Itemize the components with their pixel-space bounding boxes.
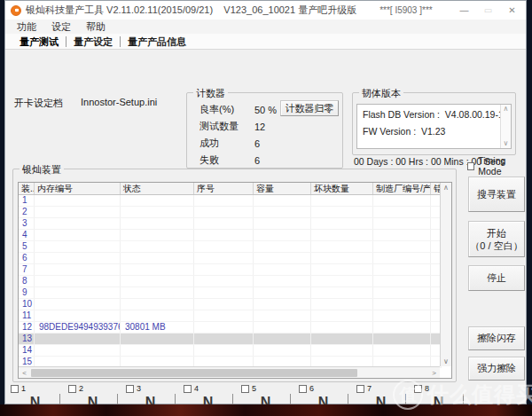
- slot-checkbox[interactable]: [414, 385, 422, 393]
- cell-empty: [311, 253, 373, 263]
- maximize-button[interactable]: ▭: [476, 1, 500, 20]
- scroll-right-icon[interactable]: >: [428, 369, 440, 377]
- cell-status: [121, 195, 194, 206]
- desktop-wallpaper-bottom: [0, 404, 532, 416]
- minimize-button[interactable]: —: [452, 1, 476, 20]
- cell-empty: [194, 218, 254, 229]
- table-row[interactable]: 10: [19, 299, 442, 310]
- table-row[interactable]: 6: [19, 253, 442, 264]
- slot-check-row: 5: [241, 384, 299, 393]
- table-row[interactable]: 2: [19, 207, 442, 218]
- config-file-value: Innostor-Setup.ini: [81, 97, 157, 107]
- tab-production-test[interactable]: 量产测试: [12, 36, 66, 47]
- tab-production-settings[interactable]: 量产设定: [66, 36, 121, 47]
- cell-empty: [373, 310, 431, 321]
- title-bar: 银灿科技量产工具 V2.11.02.11(2015/09/21) V123_06…: [5, 1, 526, 20]
- slot-checkbox[interactable]: [184, 385, 192, 393]
- cell-device-no: 8: [19, 276, 35, 286]
- cell-memory-id: [35, 195, 121, 206]
- force-erase-button[interactable]: 强力擦除: [468, 357, 525, 381]
- cell-memory-id: [35, 310, 121, 321]
- start-button[interactable]: 开始 （0 / 空白）: [468, 221, 525, 257]
- slot-checkbox[interactable]: [356, 385, 364, 393]
- cell-empty: [194, 334, 254, 344]
- timing-mode-label: Timing Mode: [478, 155, 526, 177]
- scroll-down-icon[interactable]: ∨: [504, 139, 509, 148]
- scroll-up-icon[interactable]: ∧: [443, 183, 449, 192]
- cell-empty: [254, 276, 311, 286]
- cell-empty: [194, 287, 254, 298]
- slot-checkbox[interactable]: [299, 385, 307, 393]
- cell-memory-id: [35, 264, 121, 275]
- scroll-left-icon[interactable]: <: [19, 369, 30, 377]
- table-row[interactable]: 9: [19, 287, 442, 299]
- search-devices-button[interactable]: 搜寻装置: [468, 177, 525, 212]
- cell-memory-id: [35, 345, 121, 356]
- cell-device-no: 13: [19, 334, 35, 344]
- table-row[interactable]: 1298DEDE94949393767...30801 MB: [19, 322, 442, 334]
- column-header[interactable]: 装...: [19, 183, 35, 194]
- table-row[interactable]: 4: [19, 230, 442, 241]
- cell-device-no: 6: [19, 253, 35, 263]
- column-header[interactable]: 序号: [194, 183, 254, 194]
- erase-flash-button[interactable]: 擦除闪存: [468, 326, 525, 350]
- cell-empty: [373, 207, 431, 217]
- cell-empty: [311, 195, 373, 206]
- slot-number-label: 8: [425, 384, 429, 393]
- table-row[interactable]: 3: [19, 218, 442, 230]
- column-header[interactable]: 内存编号: [35, 183, 121, 194]
- cell-memory-id: [35, 276, 121, 286]
- slot-checkbox[interactable]: [11, 385, 19, 393]
- scroll-up-icon[interactable]: ∧: [504, 105, 509, 114]
- close-button[interactable]: ✕: [500, 1, 524, 20]
- menu-item-settings[interactable]: 设定: [51, 20, 71, 34]
- cell-empty: [254, 241, 311, 252]
- cell-empty: [373, 287, 431, 298]
- column-header[interactable]: 制造厂编号/产...: [373, 183, 431, 194]
- cell-empty: [311, 345, 373, 356]
- cell-empty: [373, 276, 431, 286]
- column-header[interactable]: 容量: [254, 183, 311, 194]
- slot-checkbox[interactable]: [126, 385, 134, 393]
- slot-checkbox[interactable]: [68, 385, 76, 393]
- main-content: 开卡设定档 Innostor-Setup.ini 计数器 良率(%)50 %测试…: [5, 50, 526, 404]
- slot-check-row: 8: [414, 384, 472, 393]
- menu-bar: 功能设定帮助: [5, 20, 526, 34]
- cell-status: [121, 345, 194, 356]
- slot-number-label: 4: [194, 384, 199, 393]
- cell-status: 30801 MB: [121, 322, 194, 333]
- cell-empty: [254, 322, 311, 333]
- hscroll-thumb[interactable]: [31, 369, 357, 377]
- cell-empty: [373, 218, 431, 229]
- slot-number-label: 5: [252, 384, 256, 393]
- cell-memory-id: [35, 218, 121, 229]
- cell-empty: [311, 334, 373, 344]
- table-row[interactable]: 8: [19, 276, 442, 287]
- cell-memory-id: [35, 207, 121, 217]
- timing-mode-checkbox[interactable]: [467, 162, 474, 170]
- menu-item-help[interactable]: 帮助: [86, 20, 106, 34]
- table-row[interactable]: 1: [19, 195, 442, 207]
- table-row[interactable]: 11: [19, 310, 442, 322]
- table-row[interactable]: 13: [19, 334, 442, 345]
- device-group: 银灿装置 装...内存编号状态序号容量坏块数量制造厂编号/产...错误 1234…: [12, 169, 457, 382]
- table-row[interactable]: 5: [19, 241, 442, 253]
- table-row[interactable]: 14: [19, 345, 442, 357]
- firmware-group: 韧体版本 Flash DB Version : V4.08.00.19-1FW …: [352, 92, 516, 155]
- menu-item-function[interactable]: 功能: [17, 20, 36, 34]
- cell-empty: [254, 218, 311, 229]
- device-table-vscrollbar[interactable]: ∧ ∨: [440, 183, 451, 366]
- scroll-down-icon[interactable]: ∨: [443, 357, 449, 366]
- stop-button[interactable]: 停止: [468, 265, 525, 291]
- tab-product-info[interactable]: 量产产品信息: [121, 36, 193, 47]
- column-header[interactable]: 坏块数量: [311, 183, 373, 194]
- slot-checkbox[interactable]: [241, 385, 249, 393]
- column-header[interactable]: 状态: [121, 183, 194, 194]
- device-table-hscrollbar[interactable]: < >: [19, 366, 440, 378]
- table-row[interactable]: 7: [19, 264, 442, 276]
- slot-check-row: 4: [184, 384, 241, 393]
- firmware-scrollbar[interactable]: ∧ ∨: [500, 105, 511, 148]
- counter-reset-button[interactable]: 计数器归零: [280, 100, 339, 116]
- counter-group: 计数器 良率(%)50 %测试数量12成功6失败6 计数器归零: [186, 92, 343, 169]
- firmware-line: Flash DB Version : V4.08.00.19-1: [363, 106, 505, 123]
